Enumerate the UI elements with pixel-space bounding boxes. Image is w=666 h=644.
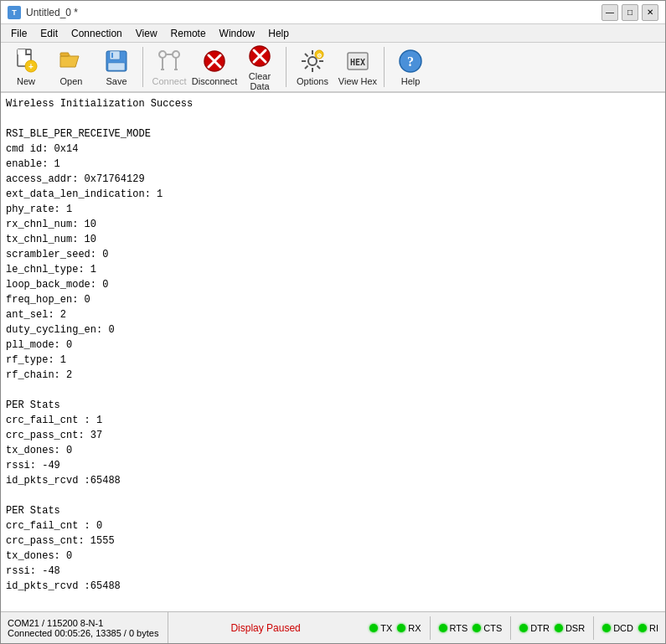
svg-rect-1 <box>18 49 26 54</box>
new-icon: + <box>13 48 39 75</box>
help-icon: ? <box>397 48 424 75</box>
rts-label: RTS <box>450 623 468 633</box>
menu-remote[interactable]: Remote <box>164 26 213 41</box>
statusbar-connection-info: COM21 / 115200 8-N-1 Connected 00:05:26,… <box>1 612 168 643</box>
help-button[interactable]: ? Help <box>389 45 432 89</box>
statusbar: COM21 / 115200 8-N-1 Connected 00:05:26,… <box>1 611 665 643</box>
minimize-button[interactable]: — <box>601 4 618 21</box>
toolbar: + New Open Save <box>1 43 665 93</box>
rx-led <box>397 624 405 632</box>
dsr-led-group: DSR <box>555 623 585 633</box>
menu-file[interactable]: File <box>4 26 34 41</box>
dtr-label: DTR <box>530 623 550 633</box>
tx-label: TX <box>380 623 392 633</box>
svg-rect-8 <box>111 53 113 58</box>
statusbar-leds: TX RX RTS CTS DTR DSR DCD <box>363 612 665 643</box>
close-button[interactable]: ✕ <box>642 4 658 21</box>
save-label: Save <box>106 76 126 86</box>
led-divider-3 <box>593 616 594 640</box>
cts-led <box>472 624 481 632</box>
clear-data-button[interactable]: Clear Data <box>238 45 281 89</box>
disconnect-label: Disconnect <box>192 76 237 86</box>
svg-line-29 <box>318 66 321 70</box>
save-icon <box>103 48 130 75</box>
cts-led-group: CTS <box>472 623 502 633</box>
toolbar-separator-2 <box>286 47 287 87</box>
rx-label: RX <box>408 623 421 633</box>
app-icon: T <box>8 6 21 19</box>
tx-led-group: TX <box>369 623 392 633</box>
dtr-led-group: DTR <box>519 623 550 633</box>
help-label: Help <box>401 76 421 86</box>
dtr-led <box>519 624 528 632</box>
view-hex-button[interactable]: HEX View Hex <box>336 45 379 89</box>
menu-help[interactable]: Help <box>261 26 296 41</box>
ri-label: RI <box>649 623 658 633</box>
titlebar: T Untitled_0 * — □ ✕ <box>1 1 665 24</box>
menu-connection[interactable]: Connection <box>65 26 129 41</box>
led-divider-2 <box>510 616 511 640</box>
ri-led <box>638 624 647 632</box>
dsr-label: DSR <box>565 623 585 633</box>
svg-point-10 <box>159 51 166 58</box>
svg-text:+: + <box>28 62 34 71</box>
ri-led-group: RI <box>638 623 658 633</box>
svg-rect-7 <box>110 51 120 59</box>
rx-led-group: RX <box>397 623 421 633</box>
svg-point-23 <box>308 57 317 65</box>
menu-window[interactable]: Window <box>213 26 262 41</box>
svg-text:?: ? <box>407 54 414 69</box>
toolbar-separator-3 <box>384 47 385 87</box>
options-button[interactable]: ⚙ Options <box>291 45 334 89</box>
options-label: Options <box>297 76 328 86</box>
window-title: Untitled_0 * <box>26 7 78 18</box>
svg-rect-5 <box>60 53 69 56</box>
main-area: Wireless Initialization Success RSI_BLE_… <box>1 93 665 611</box>
output-area[interactable]: Wireless Initialization Success RSI_BLE_… <box>1 93 665 611</box>
svg-line-28 <box>305 54 308 57</box>
disconnect-button[interactable]: Disconnect <box>193 45 236 89</box>
rts-led-group: RTS <box>439 623 468 633</box>
open-button[interactable]: Open <box>49 45 93 89</box>
connect-label: Connect <box>152 76 187 86</box>
titlebar-controls[interactable]: — □ ✕ <box>601 4 658 21</box>
open-label: Open <box>60 76 83 86</box>
rts-led <box>439 624 447 632</box>
svg-text:⚙: ⚙ <box>317 53 322 59</box>
dcd-led-group: DCD <box>602 623 633 633</box>
clear-data-label: Clear Data <box>239 71 281 91</box>
cts-label: CTS <box>483 623 502 633</box>
dcd-led <box>602 624 611 632</box>
maximize-button[interactable]: □ <box>622 4 638 21</box>
open-icon <box>58 48 85 75</box>
connect-button[interactable]: Connect <box>147 45 191 89</box>
disconnect-icon <box>201 48 228 75</box>
menu-view[interactable]: View <box>129 26 164 41</box>
menu-edit[interactable]: Edit <box>34 26 65 41</box>
dsr-led <box>555 624 563 632</box>
svg-line-31 <box>305 66 308 70</box>
new-button[interactable]: + New <box>4 45 48 89</box>
connect-icon <box>156 48 183 75</box>
new-label: New <box>17 76 35 86</box>
display-paused-label: Display Paused <box>230 622 300 634</box>
save-button[interactable]: Save <box>95 45 138 89</box>
dcd-label: DCD <box>613 623 633 633</box>
tx-led <box>369 624 378 632</box>
clear-data-icon <box>246 43 273 70</box>
view-hex-icon: HEX <box>344 48 371 75</box>
view-hex-label: View Hex <box>338 76 377 86</box>
session-info: Connected 00:05:26, 13385 / 0 bytes <box>8 628 161 638</box>
menubar: File Edit Connection View Remote Window … <box>1 24 665 43</box>
options-icon: ⚙ <box>299 48 326 75</box>
led-divider-1 <box>430 616 431 640</box>
titlebar-left: T Untitled_0 * <box>8 6 78 19</box>
connection-info: COM21 / 115200 8-N-1 <box>8 618 161 628</box>
svg-text:HEX: HEX <box>350 58 365 67</box>
svg-point-11 <box>173 51 179 58</box>
svg-rect-9 <box>108 63 125 70</box>
statusbar-middle: Display Paused <box>168 612 363 643</box>
toolbar-separator-1 <box>142 47 143 87</box>
